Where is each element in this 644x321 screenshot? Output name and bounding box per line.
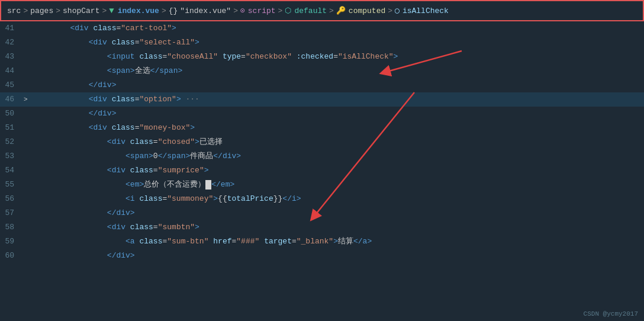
breadcrumb-sep7: >	[329, 7, 334, 15]
line-number: 42	[0, 36, 24, 49]
token-tag: <div	[70, 24, 88, 33]
token-op: =	[333, 52, 338, 61]
token-tag: >	[130, 66, 135, 75]
token-tag: <div	[107, 223, 125, 232]
table-row: 60 </div>	[0, 249, 644, 263]
token-tag: >	[172, 24, 176, 33]
line-number: 41	[0, 22, 24, 35]
token-indent	[33, 237, 125, 246]
line-content: <div class="sumbtn">	[33, 221, 644, 234]
token-indent	[33, 52, 107, 61]
breadcrumb-src: src	[7, 7, 21, 15]
token-attr: class	[135, 237, 163, 246]
line-content: <span>0</span>件商品</div>	[33, 150, 644, 163]
token-attr: class	[107, 123, 135, 132]
line-number: 60	[0, 249, 24, 262]
breadcrumb-sep3: >	[102, 7, 107, 15]
cursor: :	[205, 180, 211, 190]
breadcrumb-isallcheck: isAllCheck	[402, 7, 449, 15]
token-indent	[33, 152, 125, 160]
token-indent	[33, 81, 89, 89]
token-tag: >	[213, 194, 218, 203]
token-tag: >	[195, 38, 199, 47]
breadcrumb: src > pages > shopCart > ▼ index.vue > {…	[0, 0, 644, 21]
line-content: <div class="option"> ···	[33, 93, 644, 106]
line-content: <i class="summoney">{{totalPrice}}</i>	[33, 192, 644, 206]
breadcrumb-script: script	[248, 7, 276, 15]
token-indent	[33, 223, 107, 232]
line-number: 45	[0, 79, 24, 92]
line-number: 50	[0, 107, 24, 120]
token-indent	[33, 251, 107, 260]
token-tag: </span>	[158, 152, 191, 160]
token-val: "money-box"	[139, 123, 190, 132]
table-row: 50 </div>	[0, 107, 644, 121]
token-val: "select-all"	[139, 38, 195, 47]
line-content: </div>	[33, 207, 644, 220]
table-row: 52 <div class="chosed">已选择	[0, 135, 644, 149]
line-content: </div>	[33, 107, 644, 120]
line-number: 54	[0, 164, 24, 177]
table-row: 57 </div>	[0, 206, 644, 220]
line-arrow: >	[24, 93, 33, 106]
token-indent	[33, 123, 89, 132]
token-val: "checkbox"	[246, 52, 292, 61]
token-val: "summoney"	[167, 194, 213, 203]
line-number: 56	[0, 192, 24, 206]
line-number: 43	[0, 50, 24, 63]
token-tag: >	[195, 137, 199, 146]
token-ellipsis: ···	[186, 95, 199, 104]
token-attr: :checked	[292, 52, 333, 61]
token-indent	[33, 24, 70, 33]
line-content: <a class="sum-btn" href="###" target="_b…	[33, 235, 644, 248]
breadcrumb-sep4: >	[162, 7, 166, 15]
line-number: 58	[0, 221, 24, 234]
breadcrumb-indexvue2: "index.vue"	[180, 7, 231, 15]
token-val: "sumprice"	[158, 166, 204, 175]
token-attr: class	[107, 38, 135, 47]
token-val: "chooseAll"	[167, 52, 218, 61]
breadcrumb-sep2: >	[56, 7, 60, 15]
table-row: 44 <span>全选</span>	[0, 64, 644, 78]
token-tag: </div>	[213, 152, 241, 160]
line-content: <em>总价（不含运费） :</em>	[33, 178, 644, 191]
token-val: "###"	[236, 237, 259, 246]
token-tag: <span	[125, 152, 149, 160]
token-template-var: totalPrice	[227, 194, 273, 203]
breadcrumb-sep1: >	[23, 7, 28, 15]
token-tag: >	[176, 95, 186, 104]
breadcrumb-sep6: >	[278, 7, 283, 15]
token-attr: type	[218, 52, 241, 61]
token-indent	[33, 180, 125, 189]
token-text: 已选择	[199, 137, 223, 146]
token-indent	[33, 166, 107, 175]
line-number: 53	[0, 150, 24, 163]
computed-icon: 🔑	[336, 6, 346, 15]
token-tag: <div	[89, 123, 107, 132]
code-lines: 41 <div class="cart-tool">42 <div class=…	[0, 21, 644, 263]
line-content: <input class="chooseAll" type="checkbox"…	[33, 50, 644, 63]
breadcrumb-shopcart: shopCart	[63, 7, 99, 15]
token-indent	[33, 66, 107, 75]
token-tag: </a>	[353, 237, 372, 246]
token-attr: class	[89, 24, 117, 33]
line-number: 55	[0, 178, 24, 191]
token-val: "_blank"	[297, 237, 333, 246]
token-template-expr: {{	[218, 194, 227, 203]
breadcrumb-indexvue: index.vue	[118, 7, 159, 15]
token-attr: class	[125, 137, 153, 146]
token-tag: <i	[125, 194, 135, 203]
breadcrumb-computed: computed	[349, 7, 385, 15]
token-attr: target	[259, 237, 292, 246]
token-attr: class	[125, 166, 153, 175]
token-tag: >	[190, 123, 195, 132]
breadcrumb-sep8: >	[388, 7, 392, 15]
token-tag: <div	[107, 137, 125, 146]
watermark: CSDN @ycmy2017	[584, 310, 638, 317]
table-row: 55 <em>总价（不含运费） :</em>	[0, 178, 644, 192]
line-content: <div class="cart-tool">	[33, 22, 644, 35]
token-text: 总价（不含运费）	[144, 180, 205, 189]
token-val: "sumbtn"	[158, 223, 195, 232]
isallcheck-icon: ◯	[395, 6, 400, 15]
table-row: 45 </div>	[0, 78, 644, 92]
